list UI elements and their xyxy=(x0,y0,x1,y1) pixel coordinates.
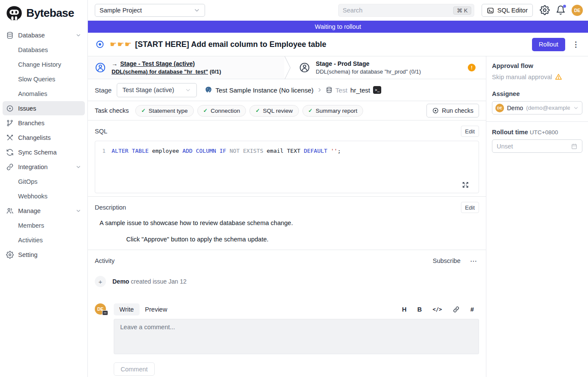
open-sql-editor-icon[interactable]: >_ xyxy=(373,86,381,94)
stage-task-count: (0/1) xyxy=(210,68,221,75)
stage-selector-row: Stage Test Stage (active) Test Sample In… xyxy=(88,79,486,101)
sidebar-item-members[interactable]: Members xyxy=(3,218,85,232)
markdown-toolbar: H B </> # xyxy=(402,306,479,313)
topbar: Sample Project ⌘ K SQL Editor DE xyxy=(88,0,588,21)
sidebar-item-issues[interactable]: Issues xyxy=(3,101,85,115)
sidebar-item-activities[interactable]: Activities xyxy=(3,233,85,247)
sidebar-item-slow-queries[interactable]: Slow Queries xyxy=(3,72,85,86)
stage-task: DDL(schema) for database "hr_prod" xyxy=(316,68,408,75)
sql-statement: ALTER TABLE employee ADD COLUMN IF NOT E… xyxy=(112,147,341,155)
task-checks-row: Task checks ✓Statement type ✓Connection … xyxy=(88,101,486,121)
check-icon: ✓ xyxy=(255,108,260,114)
sidebar-item-anomalies[interactable]: Anomalies xyxy=(3,87,85,101)
assignee-select[interactable]: DE Demo (demo@example xyxy=(492,101,582,114)
assignee-name: Demo xyxy=(507,105,523,111)
more-options-icon[interactable]: ⋯ xyxy=(470,257,477,265)
sql-edit-button[interactable]: Edit xyxy=(461,126,479,137)
app-window: Bytebase Database Databases Change Histo… xyxy=(0,0,588,377)
link-icon xyxy=(6,163,14,171)
description-text: A sample issue to showcase how to review… xyxy=(100,219,479,226)
settings-gear-icon[interactable] xyxy=(540,5,550,15)
notifications-bell-icon[interactable] xyxy=(556,5,566,15)
subscribe-button[interactable]: Subscribe xyxy=(433,257,460,264)
comment-avatar: DE xyxy=(95,303,106,376)
rollout-button[interactable]: Rollout xyxy=(532,38,565,51)
project-select[interactable]: Sample Project xyxy=(95,4,205,17)
chevron-right-icon xyxy=(317,87,323,93)
brand-logo[interactable]: Bytebase xyxy=(0,0,87,25)
terminal-icon xyxy=(487,7,494,14)
check-pill-connection[interactable]: ✓Connection xyxy=(197,105,246,117)
sidebar-item-manage[interactable]: Manage xyxy=(3,204,85,218)
task-check-pills: ✓Statement type ✓Connection ✓SQL review … xyxy=(135,105,363,117)
right-panel: Approval flow Skip manual approval Assig… xyxy=(486,56,588,377)
line-number: 1 xyxy=(95,147,112,155)
bold-icon[interactable]: B xyxy=(417,306,422,313)
environment-label: Test xyxy=(336,87,348,94)
check-pill-statement-type[interactable]: ✓Statement type xyxy=(135,105,194,117)
chat-bubble-icon xyxy=(102,310,108,315)
run-checks-button[interactable]: Run checks xyxy=(426,104,479,117)
sql-editor-button[interactable]: SQL Editor xyxy=(482,4,533,17)
search-box[interactable]: ⌘ K xyxy=(338,4,474,17)
hash-icon[interactable]: # xyxy=(470,306,474,313)
sidebar-item-gitops[interactable]: GitOps xyxy=(3,174,85,188)
sidebar-item-changelists[interactable]: Changelists xyxy=(3,130,85,145)
expand-icon[interactable] xyxy=(462,181,469,188)
heading-icon[interactable]: H xyxy=(402,306,406,313)
stage-card-prod[interactable]: Stage - Prod Stage DDL(schema) for datab… xyxy=(292,56,486,79)
stage-select[interactable]: Test Stage (active) xyxy=(117,83,197,97)
stage-title-link[interactable]: Stage - Test Stage (active) xyxy=(120,60,195,67)
stage-task-link[interactable]: DDL(schema) for database "hr_test" xyxy=(112,68,208,75)
description-heading: Description xyxy=(95,204,126,211)
database-icon xyxy=(326,87,333,93)
sidebar-item-setting[interactable]: Setting xyxy=(3,247,85,262)
warning-triangle-icon xyxy=(555,73,562,80)
sidebar-item-sync-schema[interactable]: Sync Schema xyxy=(3,145,85,159)
rollout-time-input[interactable]: Unset xyxy=(492,139,582,153)
chevron-down-icon xyxy=(185,87,191,93)
stage-card-test[interactable]: →Stage - Test Stage (active) DDL(schema)… xyxy=(88,56,284,79)
code-icon[interactable]: </> xyxy=(432,306,442,312)
panel-divider xyxy=(486,121,588,122)
kebab-menu-icon[interactable]: ⋮ xyxy=(572,41,579,48)
run-checks-icon xyxy=(432,107,439,114)
status-banner: Waiting to rollout xyxy=(88,21,588,33)
assignee-avatar: DE xyxy=(495,104,504,112)
activity-heading: Activity xyxy=(95,257,115,264)
check-pill-sql-review[interactable]: ✓SQL review xyxy=(249,105,299,117)
search-input[interactable] xyxy=(343,7,454,14)
issue-header: ☛☛☛ [START HERE] Add email column to Emp… xyxy=(88,33,588,56)
issue-title: [START HERE] Add email column to Employe… xyxy=(135,40,326,49)
stage-title: Stage - Prod Stage xyxy=(316,60,421,67)
chevron-down-icon xyxy=(75,32,81,38)
comment-submit-button[interactable]: Comment xyxy=(114,362,155,376)
users-icon xyxy=(6,207,14,215)
stage-label: Stage xyxy=(95,87,112,94)
sidebar-item-integration[interactable]: Integration xyxy=(3,160,85,174)
comment-input[interactable] xyxy=(114,319,479,354)
link-icon[interactable] xyxy=(453,306,460,313)
sql-editor[interactable]: 1 ALTER TABLE employee ADD COLUMN IF NOT… xyxy=(95,141,479,193)
check-pill-summary-report[interactable]: ✓Summary report xyxy=(302,105,364,117)
sql-editor-label: SQL Editor xyxy=(498,7,528,14)
sidebar-item-branches[interactable]: Branches xyxy=(3,116,85,130)
user-avatar[interactable]: DE xyxy=(572,5,583,16)
chevron-down-icon xyxy=(193,7,200,14)
pointer-emojis: ☛☛☛ xyxy=(110,40,132,49)
activity-section: Activity Subscribe ⋯ + Demo created issu… xyxy=(88,250,486,376)
tab-write[interactable]: Write xyxy=(114,303,140,315)
stage-flow: →Stage - Test Stage (active) DDL(schema)… xyxy=(88,56,486,79)
sidebar: Bytebase Database Databases Change Histo… xyxy=(0,0,88,377)
sidebar-item-change-history[interactable]: Change History xyxy=(3,57,85,71)
assignee-title: Assignee xyxy=(492,90,582,97)
sidebar-item-database[interactable]: Database xyxy=(3,28,85,42)
chevron-down-icon xyxy=(75,208,81,214)
database-name[interactable]: hr_test xyxy=(350,87,370,94)
description-edit-button[interactable]: Edit xyxy=(461,202,479,213)
instance-name[interactable]: Test Sample Instance (No license) xyxy=(215,87,314,94)
tab-preview[interactable]: Preview xyxy=(140,303,173,315)
sidebar-item-databases[interactable]: Databases xyxy=(3,43,85,57)
sidebar-item-webhooks[interactable]: Webhooks xyxy=(3,189,85,203)
check-icon: ✓ xyxy=(308,108,313,114)
